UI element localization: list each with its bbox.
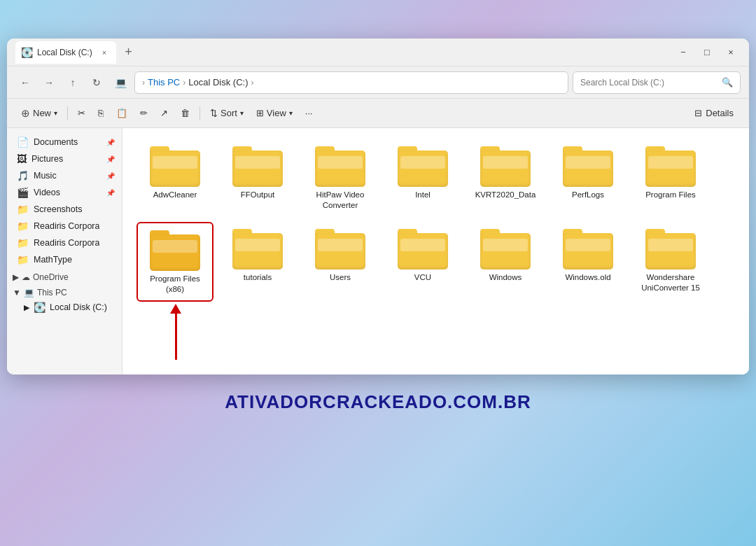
pictures-icon: 🖼	[17, 153, 27, 164]
folder-icon-wondershare	[645, 229, 696, 270]
computer-button[interactable]: 💻	[111, 73, 130, 92]
readiris1-icon: 📁	[17, 220, 29, 232]
paste-button[interactable]: 📋	[111, 102, 133, 125]
folder-ffoutput[interactable]: FFOutput	[219, 139, 296, 216]
rename-button[interactable]: ✏	[134, 102, 153, 125]
sidebar-item-localdisk[interactable]: ▶ 💽 Local Disk (C:)	[7, 299, 122, 316]
pin-icon-videos: 📌	[106, 189, 115, 197]
folder-row-1: AdwCleaner FFOutput HitPaw Video Convert…	[136, 139, 735, 216]
localdisk-icon: 💽	[34, 302, 46, 313]
file-grid: AdwCleaner FFOutput HitPaw Video Convert…	[122, 128, 749, 374]
breadcrumb-thispc[interactable]: This PC	[148, 77, 180, 88]
folder-programfiles[interactable]: Program Files	[632, 139, 709, 216]
folder-name-tutorials: tutorials	[244, 272, 272, 283]
more-button[interactable]: ···	[300, 102, 318, 125]
folder-name-programfilesx86: Program Files (x86)	[142, 274, 208, 295]
folder-kvrt[interactable]: KVRT2020_Data	[467, 139, 544, 216]
active-tab[interactable]: 💽 Local Disk (C:) ×	[15, 41, 116, 64]
localdisk-expand-icon: ▶	[24, 303, 29, 312]
sidebar-item-music[interactable]: 🎵 Music 📌	[7, 167, 122, 184]
folder-vcu[interactable]: VCU	[384, 222, 461, 302]
tab-close-button[interactable]: ×	[101, 47, 108, 58]
folder-row-2: Program Files (x86) tutorials Users	[136, 222, 735, 302]
folder-perflogs[interactable]: PerfLogs	[550, 139, 626, 216]
breadcrumb-sep-start: ›	[142, 78, 145, 88]
sidebar-item-screenshots[interactable]: 📁 Screenshots	[7, 201, 122, 218]
folder-name-intel: Intel	[415, 190, 430, 200]
tab-label: Local Disk (C:)	[37, 48, 92, 57]
close-button[interactable]: ×	[721, 44, 741, 61]
folder-tutorials[interactable]: tutorials	[219, 222, 296, 302]
sort-button[interactable]: ⇅ Sort ▾	[204, 102, 249, 125]
mathtype-icon: 📁	[17, 254, 29, 265]
sidebar-label-readiris2: Readiris Corpora	[34, 238, 99, 248]
folder-name-vcu: VCU	[414, 272, 431, 283]
share-button[interactable]: ↗	[155, 102, 174, 125]
breadcrumb-current[interactable]: Local Disk (C:)	[188, 77, 248, 88]
sidebar-label-thispc: This PC	[37, 288, 67, 298]
view-icon: ⊞	[256, 108, 264, 118]
folder-name-adwcleaner: AdwCleaner	[153, 190, 197, 200]
refresh-button[interactable]: ↻	[87, 73, 106, 92]
thispc-icon: 💻	[24, 288, 34, 298]
thispc-expand-icon: ▼	[13, 288, 21, 298]
sidebar-section-onedrive[interactable]: ▶ ☁ OneDrive	[7, 268, 122, 284]
toolbar-sep-2	[200, 106, 200, 120]
folder-users[interactable]: Users	[302, 222, 379, 302]
details-label: Details	[706, 108, 734, 118]
view-button[interactable]: ⊞ View ▾	[251, 102, 298, 125]
copy-button[interactable]: ⎘	[92, 102, 109, 125]
view-dropdown-icon: ▾	[289, 109, 293, 117]
folder-icon-intel	[398, 146, 448, 187]
sort-dropdown-icon: ▾	[240, 109, 244, 117]
address-bar: ← → ↑ ↻ 💻 › This PC › Local Disk (C:) › …	[7, 66, 749, 99]
screenshots-icon: 📁	[17, 204, 29, 215]
title-bar: 💽 Local Disk (C:) × + − □ ×	[7, 38, 749, 66]
folder-windowsold[interactable]: Windows.old	[550, 222, 626, 302]
forward-button[interactable]: →	[39, 73, 59, 92]
videos-icon: 🎬	[17, 187, 29, 198]
delete-button[interactable]: 🗑	[175, 102, 195, 125]
sidebar-label-readiris1: Readiris Corpora	[34, 221, 99, 231]
pin-icon-pictures: 📌	[106, 155, 115, 163]
breadcrumb[interactable]: › This PC › Local Disk (C:) ›	[134, 71, 568, 94]
breadcrumb-sep-1: ›	[183, 78, 186, 88]
folder-windows[interactable]: Windows	[467, 222, 544, 302]
folder-adwcleaner[interactable]: AdwCleaner	[136, 139, 214, 216]
sidebar-item-videos[interactable]: 🎬 Videos 📌	[7, 184, 122, 201]
sidebar-label-videos: Videos	[34, 188, 60, 197]
new-button[interactable]: ⊕ New ▾	[15, 102, 63, 125]
folder-name-hitpaw: HitPaw Video Converter	[306, 190, 374, 211]
file-explorer-window: 💽 Local Disk (C:) × + − □ × ← → ↑ ↻ 💻 › …	[7, 38, 749, 374]
folder-icon-windows	[480, 229, 531, 270]
search-box[interactable]: 🔍	[573, 71, 741, 94]
folder-programfilesx86[interactable]: Program Files (x86)	[136, 222, 214, 302]
details-button[interactable]: ⊟ Details	[687, 102, 741, 125]
folder-wondershare[interactable]: Wondershare UniConverter 15	[632, 222, 709, 302]
readiris2-icon: 📁	[17, 237, 29, 248]
cut-button[interactable]: ✂	[72, 102, 91, 125]
watermark: ATIVADORCRACKEADO.COM.BR	[0, 374, 756, 430]
new-tab-button[interactable]: +	[119, 45, 138, 59]
sidebar-section-thispc[interactable]: ▼ 💻 This PC	[7, 284, 122, 299]
sidebar-item-documents[interactable]: 📄 Documents 📌	[7, 134, 122, 150]
folder-hitpaw[interactable]: HitPaw Video Converter	[302, 139, 379, 216]
sidebar-item-readiris2[interactable]: 📁 Readiris Corpora	[7, 234, 122, 251]
search-input[interactable]	[580, 78, 718, 88]
folder-intel[interactable]: Intel	[384, 139, 461, 216]
sidebar-item-readiris1[interactable]: 📁 Readiris Corpora	[7, 218, 122, 234]
sidebar-item-pictures[interactable]: 🖼 Pictures 📌	[7, 150, 122, 167]
red-arrow	[175, 311, 177, 360]
folder-name-windowsold: Windows.old	[565, 272, 610, 283]
maximize-button[interactable]: □	[697, 44, 717, 61]
folder-name-windows: Windows	[489, 272, 522, 283]
pin-icon-music: 📌	[106, 172, 115, 180]
back-button[interactable]: ←	[15, 73, 35, 92]
minimize-button[interactable]: −	[673, 44, 693, 61]
up-button[interactable]: ↑	[63, 73, 83, 92]
sidebar-item-mathtype[interactable]: 📁 MathType	[7, 251, 122, 268]
folder-icon-kvrt	[480, 146, 531, 187]
folder-name-kvrt: KVRT2020_Data	[475, 190, 536, 200]
documents-icon: 📄	[17, 136, 29, 148]
onedrive-icon: ☁	[22, 272, 30, 282]
